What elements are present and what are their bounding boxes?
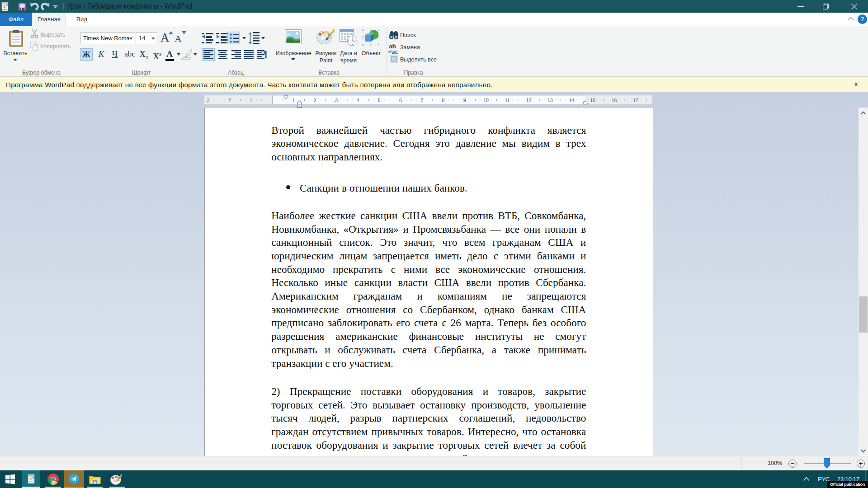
svg-text:3: 3 (335, 98, 338, 103)
svg-text:3: 3 (207, 98, 210, 103)
svg-text:14: 14 (569, 98, 574, 103)
svg-text:7: 7 (420, 98, 423, 103)
svg-text:2: 2 (314, 98, 316, 103)
svg-text:10: 10 (483, 98, 489, 103)
svg-text:16: 16 (612, 98, 617, 103)
svg-text:12: 12 (526, 98, 532, 103)
svg-text:5: 5 (378, 98, 381, 103)
svg-text:4: 4 (357, 98, 359, 103)
svg-text:2: 2 (228, 98, 231, 103)
svg-text:11: 11 (505, 98, 510, 103)
svg-text:17: 17 (633, 98, 638, 103)
svg-text:15: 15 (590, 98, 595, 103)
svg-text:1: 1 (250, 98, 252, 103)
svg-text:8: 8 (442, 98, 445, 103)
svg-text:6: 6 (399, 98, 402, 103)
svg-text:1: 1 (292, 98, 295, 103)
svg-text:9: 9 (463, 98, 466, 103)
svg-text:13: 13 (547, 98, 553, 103)
